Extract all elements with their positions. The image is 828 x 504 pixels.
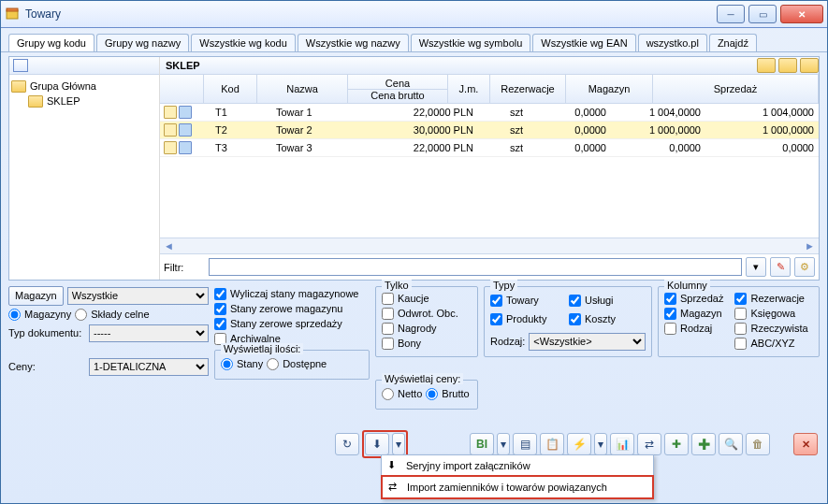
tb-clipboard[interactable]: 📋 [540, 433, 564, 455]
filter-label: Filtr: [164, 262, 205, 273]
cb-col-rezerwacje[interactable]: Rezerwacje [734, 291, 807, 306]
tb-link[interactable]: ⇄ [637, 433, 661, 455]
tab-grupy-nazwy[interactable]: Grupy wg nazwy [96, 34, 189, 51]
cell-rez: 0,0000 [528, 142, 611, 153]
col-spr[interactable]: Sprzedaż [714, 83, 757, 94]
tree-header[interactable] [9, 57, 159, 75]
titlebar[interactable]: Towary ─ ▭ ✕ [1, 1, 827, 28]
cell-nazwa: Towar 3 [272, 142, 370, 153]
grid-panel: SKLEP Kod Nazwa CenaCena brutto J.m. Rez… [160, 57, 819, 280]
cb-col-magazyn[interactable]: Magazyn [664, 306, 723, 321]
radio-dostepne[interactable]: Dostępne [267, 356, 327, 371]
cb-odwrot[interactable]: Odwrot. Obc. [382, 306, 472, 321]
tb-doc[interactable]: ▤ [513, 433, 537, 455]
cb-nagrody[interactable]: Nagrody [382, 321, 472, 336]
row-icon [179, 141, 192, 154]
tree-child[interactable]: SKLEP [11, 94, 157, 108]
cell-nazwa: Towar 2 [272, 124, 370, 136]
cb-zerowe-spr[interactable]: Stany zerowe sprzedaży [214, 316, 370, 331]
typdok-select[interactable]: ----- [89, 324, 209, 342]
cb-zerowe-mag[interactable]: Stany zerowe magazynu [214, 301, 370, 316]
col-rez[interactable]: Rezerwacje [501, 83, 554, 94]
rodzaj-select[interactable]: <Wszystkie> [529, 333, 646, 351]
tb-flash-dropdown[interactable]: ▾ [594, 433, 607, 455]
col-cena[interactable]: Cena [385, 78, 410, 89]
close-button[interactable]: ✕ [780, 5, 823, 23]
cell-kod: T1 [211, 107, 272, 118]
tab-wszystkie-ean[interactable]: Wszystkie wg EAN [532, 34, 635, 51]
tb-import-dropdown[interactable]: ▾ [392, 433, 405, 455]
col-mag[interactable]: Magazyn [588, 83, 631, 94]
tb-add-missing[interactable]: ✚ [664, 433, 689, 455]
tb-delete[interactable]: 🗑 [746, 433, 770, 455]
grid-btn-2[interactable] [778, 58, 797, 73]
filter-input[interactable] [209, 258, 742, 276]
table-row[interactable]: T3 Towar 3 22,0000 PLN szt 0,0000 0,0000… [160, 139, 819, 157]
cb-produkty[interactable]: Produkty [490, 311, 565, 326]
filter-dropdown-button[interactable]: ▾ [746, 257, 766, 277]
col-jm[interactable]: J.m. [459, 83, 479, 94]
tb-add[interactable]: ✚ [691, 433, 716, 455]
grid-header[interactable]: Kod Nazwa CenaCena brutto J.m. Rezerwacj… [160, 75, 819, 104]
tab-wszystkie-nazwy[interactable]: Wszystkie wg nazwy [298, 34, 409, 51]
maximize-button[interactable]: ▭ [748, 5, 777, 23]
cell-mag: 1 000,0000 [611, 124, 705, 136]
tb-chart[interactable]: 📊 [610, 433, 634, 455]
cb-towary[interactable]: Towary [490, 293, 565, 308]
grid-title-bar: SKLEP [160, 57, 819, 75]
tb-search[interactable]: 🔍 [719, 433, 743, 455]
cb-col-abcxyz[interactable]: ABC/XYZ [734, 336, 807, 351]
cb-col-rodzaj[interactable]: Rodzaj [664, 321, 723, 336]
tree-root[interactable]: Grupa Główna [11, 79, 157, 94]
cb-wyliczaj[interactable]: Wyliczaj stany magazynowe [214, 286, 370, 301]
cell-kod: T3 [211, 142, 272, 153]
h-scrollbar[interactable]: ◄► [160, 238, 819, 253]
tab-wszystkie-symbolu[interactable]: Wszystkie wg symbolu [411, 34, 531, 51]
tab-znajdz[interactable]: Znajdź [709, 34, 757, 51]
col-cena-sub[interactable]: Cena brutto [348, 89, 447, 101]
radio-stany[interactable]: Stany [221, 356, 263, 371]
svg-rect-1 [7, 8, 18, 11]
download-icon: ⬇ [387, 459, 400, 472]
radio-sklady[interactable]: Składy celne [75, 307, 149, 322]
radio-netto[interactable]: Netto [382, 386, 422, 401]
tab-wszystkopl[interactable]: wszystko.pl [638, 34, 707, 51]
tb-close[interactable]: ✕ [793, 433, 818, 455]
cell-nazwa: Towar 1 [272, 107, 370, 118]
cell-kod: T2 [211, 124, 272, 136]
cb-uslugi[interactable]: Usługi [569, 293, 614, 308]
grid-btn-1[interactable] [757, 58, 776, 73]
table-row[interactable]: T2 Towar 2 30,0000 PLN szt 0,0000 1 000,… [160, 122, 819, 139]
magazyn-button[interactable]: Magazyn [8, 286, 64, 306]
tb-refresh[interactable]: ↻ [335, 433, 359, 455]
popup-item-seryjny[interactable]: ⬇ Seryjny import załączników [382, 455, 653, 476]
col-nazwa[interactable]: Nazwa [286, 83, 318, 94]
tb-bi-dropdown[interactable]: ▾ [497, 433, 510, 455]
tab-wszystkie-kodu[interactable]: Wszystkie wg kodu [191, 34, 296, 51]
minimize-button[interactable]: ─ [717, 5, 745, 23]
tree-child-label: SKLEP [47, 95, 80, 107]
cb-koszty[interactable]: Koszty [569, 311, 616, 326]
tab-grupy-kodu[interactable]: Grupy wg kodu [8, 34, 94, 51]
cb-bony[interactable]: Bony [382, 336, 472, 351]
radio-magazyny[interactable]: Magazyny [8, 307, 71, 322]
tb-flash[interactable]: ⚡ [567, 433, 591, 455]
popup-item-import-zamiennikow[interactable]: ⇄ Import zamienników i towarów powiązany… [381, 475, 654, 499]
tree-collapse-icon[interactable] [13, 59, 28, 72]
filter-settings-button[interactable]: ⚙ [794, 257, 815, 277]
magazyn-select[interactable]: Wszystkie [67, 287, 209, 305]
table-row[interactable]: T1 Towar 1 22,0000 PLN szt 0,0000 1 004,… [160, 104, 819, 122]
cb-col-ksiegowa[interactable]: Księgowa [734, 306, 807, 321]
tb-import[interactable]: ⬇ [365, 433, 389, 455]
cb-col-sprzedaz[interactable]: Sprzedaż [664, 291, 723, 306]
cell-jm: szt [478, 142, 528, 153]
cb-kaucje[interactable]: Kaucje [382, 291, 472, 306]
cb-col-rzeczywista[interactable]: Rzeczywista [734, 321, 807, 336]
col-kod[interactable]: Kod [221, 83, 240, 94]
filter-apply-button[interactable]: ✎ [770, 257, 791, 277]
grid[interactable]: Kod Nazwa CenaCena brutto J.m. Rezerwacj… [160, 75, 819, 238]
grid-btn-3[interactable] [800, 58, 819, 73]
radio-brutto[interactable]: Brutto [426, 386, 469, 401]
ceny-select[interactable]: 1-DETALICZNA [89, 358, 209, 376]
tb-bi[interactable]: BI [470, 433, 494, 455]
